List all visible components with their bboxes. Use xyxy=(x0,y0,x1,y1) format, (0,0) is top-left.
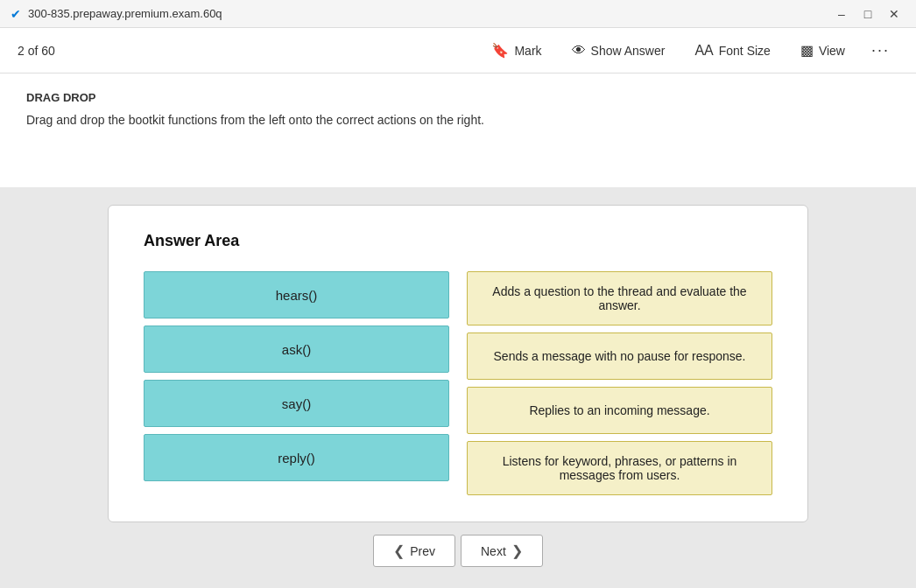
mark-icon: 🔖 xyxy=(491,42,509,59)
drop-target-action4[interactable]: Listens for keyword, phrases, or pattern… xyxy=(467,441,772,495)
minimize-button[interactable]: – xyxy=(830,4,853,24)
drop-target-action1[interactable]: Adds a question to the thread and evalua… xyxy=(467,271,772,326)
view-label: View xyxy=(819,44,845,58)
more-button[interactable]: ··· xyxy=(863,36,898,65)
show-answer-label: Show Answer xyxy=(591,44,666,58)
drag-item-hears[interactable]: hears() xyxy=(144,271,449,318)
prev-label: Prev xyxy=(410,544,435,558)
view-button[interactable]: ▩ View xyxy=(788,37,857,64)
show-answer-button[interactable]: 👁 Show Answer xyxy=(560,38,678,64)
drag-item-ask[interactable]: ask() xyxy=(144,326,449,373)
toolbar-actions: 🔖 Mark 👁 Show Answer AA Font Size ▩ View… xyxy=(479,36,898,65)
answer-area-title: Answer Area xyxy=(144,232,772,250)
drag-item-reply[interactable]: reply() xyxy=(144,434,449,481)
toolbar: 2 of 60 🔖 Mark 👁 Show Answer AA Font Siz… xyxy=(0,28,916,74)
title-bar: ✔ 300-835.prepaway.premium.exam.60q – □ … xyxy=(0,0,916,28)
left-column: hears() ask() say() reply() xyxy=(144,271,449,495)
next-arrow-icon: ❯ xyxy=(511,542,523,559)
font-icon: AA xyxy=(694,43,713,59)
prev-arrow-icon: ❮ xyxy=(393,542,405,559)
title-bar-controls: – □ ✕ xyxy=(830,4,905,24)
nav-bar: ❮ Prev Next ❯ xyxy=(373,522,543,584)
title-bar-left: ✔ 300-835.prepaway.premium.exam.60q xyxy=(11,7,222,21)
question-text: Drag and drop the bootkit functions from… xyxy=(26,113,890,127)
close-button[interactable]: ✕ xyxy=(883,4,905,24)
main-content: Answer Area hears() ask() say() reply() … xyxy=(0,187,916,588)
prev-button[interactable]: ❮ Prev xyxy=(373,535,455,567)
drag-drop-container: hears() ask() say() reply() Adds a quest… xyxy=(144,271,772,495)
question-type: DRAG DROP xyxy=(26,91,890,104)
next-button[interactable]: Next ❯ xyxy=(461,535,543,567)
checkmark-icon: ✔ xyxy=(11,7,21,21)
answer-card: Answer Area hears() ask() say() reply() … xyxy=(108,205,808,522)
right-column: Adds a question to the thread and evalua… xyxy=(467,271,772,495)
maximize-button[interactable]: □ xyxy=(856,4,879,24)
mark-button[interactable]: 🔖 Mark xyxy=(479,37,553,64)
app-title: 300-835.prepaway.premium.exam.60q xyxy=(28,7,222,20)
mark-label: Mark xyxy=(514,44,541,58)
font-size-label: Font Size xyxy=(719,44,771,58)
view-icon: ▩ xyxy=(800,42,814,59)
font-size-button[interactable]: AA Font Size xyxy=(682,38,782,64)
eye-icon: 👁 xyxy=(572,43,586,59)
drop-target-action2[interactable]: Sends a message with no pause for respon… xyxy=(467,332,772,380)
drop-target-action3[interactable]: Replies to an incoming message. xyxy=(467,387,772,434)
drag-item-say[interactable]: say() xyxy=(144,380,449,427)
question-counter: 2 of 60 xyxy=(18,44,55,58)
next-label: Next xyxy=(481,544,506,558)
question-area: DRAG DROP Drag and drop the bootkit func… xyxy=(0,74,916,187)
